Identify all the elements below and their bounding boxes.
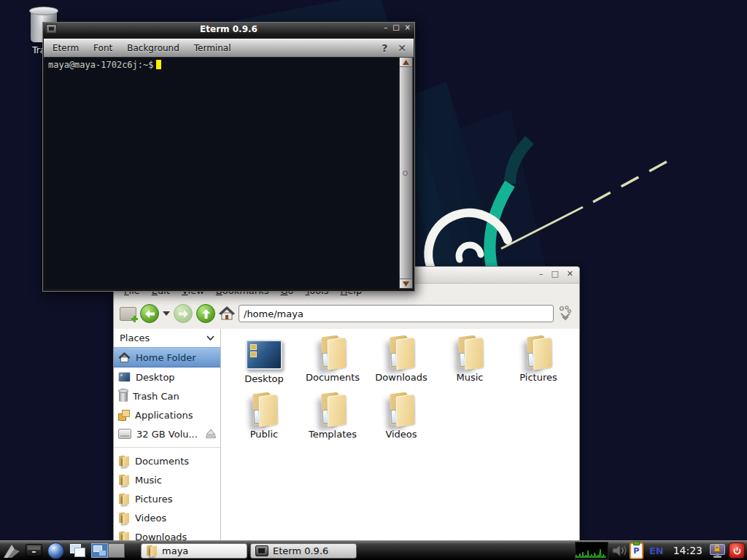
sidebar-item-applications[interactable]: Applications (114, 405, 220, 424)
back-button[interactable] (140, 304, 159, 323)
scroll-up-arrow[interactable] (400, 58, 412, 67)
menu-eterm[interactable]: Eterm (53, 43, 79, 53)
show-desktop-button[interactable] (68, 542, 87, 559)
chevron-down-icon (206, 335, 214, 341)
sidebar-item-label: Applications (135, 410, 193, 421)
monitor-base (713, 556, 721, 558)
sidebar-item-label: Documents (135, 456, 189, 467)
minimize-button[interactable]: – (384, 23, 387, 31)
file-item-desktop[interactable]: Desktop (230, 335, 298, 392)
start-menu-button[interactable] (2, 542, 21, 559)
file-item-public[interactable]: Public (230, 392, 298, 448)
home-button[interactable] (219, 306, 235, 321)
sidebar-item-desktop[interactable]: Desktop (114, 368, 220, 386)
windows-icon (69, 544, 85, 557)
clipboard-manager-icon[interactable]: P (630, 542, 643, 559)
eject-icon[interactable] (206, 429, 216, 438)
path-input[interactable] (239, 305, 554, 322)
sidebar-item-pictures[interactable]: Pictures (114, 489, 220, 508)
file-item-downloads[interactable]: Downloads (367, 335, 436, 392)
workspace-2[interactable] (108, 543, 125, 558)
places-header[interactable]: Places (114, 329, 220, 347)
eterm-window[interactable]: Eterm 0.9.6 – □ × Eterm Font Background … (42, 22, 415, 292)
sidebar-item-volume[interactable]: 32 GB Volu... (114, 424, 220, 443)
file-item-templates[interactable]: Templates (298, 392, 367, 448)
scrollbar-thumb[interactable] (400, 67, 412, 279)
padlock-icon (713, 545, 721, 552)
terminal-scrollbar[interactable] (399, 57, 413, 289)
lock-screen-button[interactable] (709, 543, 726, 559)
sidebar-item-videos[interactable]: Videos (114, 508, 220, 527)
folder-icon (383, 335, 419, 371)
file-item-music[interactable]: Music (436, 335, 504, 392)
desktop-icon (118, 372, 131, 382)
file-manager-toolbar (114, 298, 579, 330)
history-dropdown-chevron[interactable] (163, 311, 170, 316)
folder-icon (246, 392, 282, 428)
menu-font[interactable]: Font (93, 43, 112, 53)
close-button[interactable]: × (405, 23, 411, 31)
terminal-output-area[interactable]: maya@maya-1702c6j:~$ (44, 57, 399, 289)
file-item-label: Pictures (504, 372, 573, 383)
terminal-icon (46, 24, 57, 34)
eterm-window-title: Eterm 0.9.6 (43, 24, 414, 34)
menu-background[interactable]: Background (127, 43, 179, 53)
scroll-down-arrow[interactable] (400, 279, 412, 288)
web-browser-launcher[interactable] (46, 542, 65, 559)
eterm-titlebar[interactable]: Eterm 0.9.6 – □ × (43, 23, 414, 35)
sidebar-item-label: 32 GB Volu... (136, 429, 198, 440)
file-item-label: Music (436, 372, 504, 383)
task-button-file-manager[interactable]: maya (141, 543, 247, 559)
shell-prompt: maya@maya-1702c6j:~$ (48, 60, 154, 70)
trash-icon (119, 391, 128, 402)
forward-button[interactable] (174, 304, 193, 323)
sidebar-item-label: Trash Can (133, 391, 179, 402)
maximize-button[interactable]: □ (392, 23, 399, 31)
up-button[interactable] (196, 304, 215, 323)
sidebar-item-music[interactable]: Music (114, 470, 220, 489)
sidebar-item-label: Music (135, 475, 162, 486)
file-item-pictures[interactable]: Pictures (504, 335, 573, 392)
desktop-icon (246, 340, 282, 370)
file-item-documents[interactable]: Documents (298, 335, 367, 392)
places-sidebar: Places Home Folder Desktop Trash Can (114, 329, 221, 544)
close-button[interactable]: ✕ (567, 269, 573, 279)
maximize-button[interactable]: □ (551, 269, 558, 279)
file-item-label: Documents (298, 372, 367, 383)
terminal-icon (255, 545, 268, 556)
power-button[interactable] (729, 542, 745, 559)
new-tab-button[interactable] (120, 307, 136, 321)
folder-icon (118, 493, 130, 505)
cleanup-tool-icon[interactable] (557, 306, 573, 322)
menu-terminal[interactable]: Terminal (194, 43, 231, 53)
volume-icon[interactable] (611, 544, 627, 557)
help-icon[interactable]: ? (382, 42, 387, 54)
sidebar-item-trash[interactable]: Trash Can (114, 386, 220, 405)
home-icon (118, 352, 131, 363)
file-list-view[interactable]: Desktop Documents Downloads Music Pictur… (221, 329, 579, 544)
file-item-videos[interactable]: Videos (367, 392, 436, 448)
workspace-pager (91, 543, 125, 558)
sidebar-item-home-folder[interactable]: Home Folder (114, 347, 220, 368)
folder-icon (383, 392, 419, 428)
workspace-1[interactable] (91, 543, 108, 558)
keyboard-layout-indicator[interactable]: EN (649, 545, 664, 556)
minimize-button[interactable]: – (539, 269, 543, 279)
sidebar-item-documents[interactable]: Documents (114, 451, 220, 470)
close-icon[interactable]: ✕ (398, 42, 406, 54)
task-button-eterm[interactable]: Eterm 0.9.6 (250, 543, 357, 559)
file-item-label: Videos (367, 429, 436, 440)
file-manager-window[interactable]: – □ ✕ File Edit View Bookmarks Go Tools … (113, 266, 580, 545)
file-item-label: Public (230, 429, 298, 440)
cpu-monitor[interactable] (575, 542, 608, 560)
folder-icon (452, 335, 488, 371)
globe-icon (47, 542, 64, 559)
sidebar-item-label: Pictures (135, 494, 172, 505)
file-manager-launcher[interactable] (24, 542, 43, 559)
eterm-menubar: Eterm Font Background Terminal ? ✕ (44, 39, 414, 58)
drive-icon (118, 429, 131, 439)
applications-icon (118, 409, 130, 421)
folder-icon (146, 545, 158, 557)
folder-icon (314, 392, 351, 428)
taskbar-clock[interactable]: 14:23 (673, 545, 703, 556)
